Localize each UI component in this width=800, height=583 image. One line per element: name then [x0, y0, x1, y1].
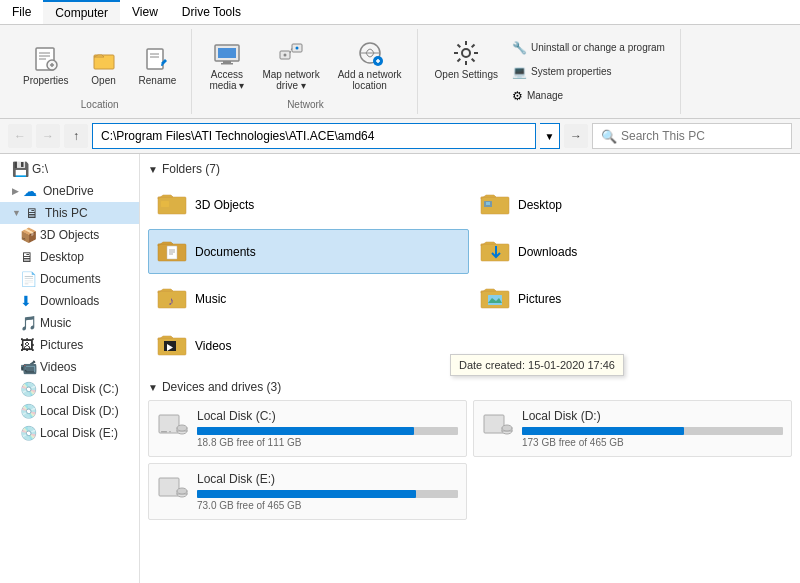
uninstall-label: Uninstall or change a program: [531, 42, 665, 53]
back-button[interactable]: ←: [8, 124, 32, 148]
sidebar-item-desktop[interactable]: 🖥 Desktop: [0, 246, 139, 268]
rename-label: Rename: [139, 75, 177, 86]
folders-section-header: ▼ Folders (7): [148, 162, 792, 176]
sidebar-item-pictures[interactable]: 🖼 Pictures: [0, 334, 139, 356]
drive-d-name: Local Disk (D:): [522, 409, 783, 423]
main-container: 💾 G:\ ▶ ☁ OneDrive ▼ 🖥 This PC 📦 3D Obje…: [0, 154, 800, 583]
sidebar-item-local-d[interactable]: 💿 Local Disk (D:): [0, 400, 139, 422]
folder-videos[interactable]: Videos: [148, 323, 469, 368]
drives-section-header: ▼ Devices and drives (3): [148, 380, 792, 394]
tab-drive-tools[interactable]: Drive Tools: [170, 0, 253, 24]
folder-3dobjects[interactable]: 3D Objects: [148, 182, 469, 227]
folder-pictures[interactable]: Pictures: [471, 276, 792, 321]
properties-icon: [30, 43, 62, 75]
drive-d[interactable]: Local Disk (D:) 173 GB free of 465 GB: [473, 400, 792, 457]
uninstall-button[interactable]: 🔧 Uninstall or change a program: [505, 38, 672, 58]
sidebar-3dobjects-label: 3D Objects: [40, 228, 99, 242]
uninstall-icon: 🔧: [512, 41, 527, 55]
drives-section: ▼ Devices and drives (3) Local Disk (C:): [148, 380, 792, 520]
up-button[interactable]: ↑: [64, 124, 88, 148]
drive-d-bar-fill: [522, 427, 684, 435]
network-group-label: Network: [287, 95, 324, 110]
drive-c-icon: [157, 409, 189, 448]
gdrive-icon: 💾: [12, 161, 28, 177]
forward-button[interactable]: →: [36, 124, 60, 148]
sidebar-onedrive-label: OneDrive: [43, 184, 94, 198]
folder-videos-label: Videos: [195, 339, 231, 353]
map-network-icon: [275, 37, 307, 69]
access-media-icon: [211, 37, 243, 69]
svg-rect-61: [484, 415, 504, 433]
add-network-icon: [354, 37, 386, 69]
address-input[interactable]: [92, 123, 536, 149]
folder-music[interactable]: ♪ Music: [148, 276, 469, 321]
drive-e[interactable]: Local Disk (E:) 73.0 GB free of 465 GB: [148, 463, 467, 520]
folders-chevron: ▼: [148, 164, 158, 175]
folder-pictures-icon: [480, 281, 512, 316]
add-network-label: Add a networklocation: [338, 69, 402, 91]
rename-button[interactable]: Rename: [132, 39, 184, 90]
open-settings-label: Open Settings: [435, 69, 498, 80]
sidebar-documents-label: Documents: [40, 272, 101, 286]
thispc-icon: 🖥: [25, 205, 41, 221]
map-network-button[interactable]: Map networkdrive ▾: [255, 33, 326, 95]
drive-c-free: 18.8 GB free of 111 GB: [197, 437, 458, 448]
svg-point-17: [284, 54, 287, 57]
folder-downloads[interactable]: Downloads: [471, 229, 792, 274]
sidebar-item-3dobjects[interactable]: 📦 3D Objects: [0, 224, 139, 246]
svg-rect-39: [486, 202, 490, 205]
sidebar-item-local-c[interactable]: 💿 Local Disk (C:): [0, 378, 139, 400]
drive-c-name: Local Disk (C:): [197, 409, 458, 423]
folder-documents[interactable]: Documents: [148, 229, 469, 274]
sidebar-desktop-label: Desktop: [40, 250, 84, 264]
ribbon: File Computer View Drive Tools: [0, 0, 800, 119]
documents-icon: 📄: [20, 271, 36, 287]
system-properties-button[interactable]: 💻 System properties: [505, 62, 672, 82]
drives-chevron: ▼: [148, 382, 158, 393]
folder-desktop[interactable]: Desktop: [471, 182, 792, 227]
location-group-label: Location: [81, 95, 119, 110]
sidebar-item-downloads[interactable]: ⬇ Downloads: [0, 290, 139, 312]
properties-button[interactable]: Properties: [16, 39, 76, 90]
manage-label: Manage: [527, 90, 563, 101]
address-dropdown[interactable]: ▼: [540, 123, 560, 149]
tab-computer[interactable]: Computer: [43, 0, 120, 24]
sidebar-item-thispc[interactable]: ▼ 🖥 This PC: [0, 202, 139, 224]
go-button[interactable]: →: [564, 124, 588, 148]
folder-documents-icon: [157, 234, 189, 269]
access-media-button[interactable]: Accessmedia ▾: [202, 33, 251, 95]
videos-icon: 📹: [20, 359, 36, 375]
open-settings-icon: [450, 37, 482, 69]
content-area: ▼ Folders (7) 3D Objects: [140, 154, 800, 583]
sidebar-gdrive-label: G:\: [32, 162, 48, 176]
map-network-label: Map networkdrive ▾: [262, 69, 319, 91]
sidebar-item-onedrive[interactable]: ▶ ☁ OneDrive: [0, 180, 139, 202]
sidebar-item-gdrive[interactable]: 💾 G:\: [0, 158, 139, 180]
folder-pictures-label: Pictures: [518, 292, 561, 306]
system-properties-label: System properties: [531, 66, 612, 77]
open-button[interactable]: Open: [80, 39, 128, 90]
svg-point-64: [502, 425, 512, 431]
window: File Computer View Drive Tools: [0, 0, 800, 583]
drive-c[interactable]: Local Disk (C:) 18.8 GB free of 111 GB: [148, 400, 467, 457]
sidebar-item-music[interactable]: 🎵 Music: [0, 312, 139, 334]
search-icon: 🔍: [601, 129, 617, 144]
tab-view[interactable]: View: [120, 0, 170, 24]
tab-file[interactable]: File: [0, 0, 43, 24]
search-input[interactable]: [621, 129, 783, 143]
folder-3dobjects-label: 3D Objects: [195, 198, 254, 212]
svg-line-33: [472, 45, 475, 48]
drive-d-free: 173 GB free of 465 GB: [522, 437, 783, 448]
drive-c-info: Local Disk (C:) 18.8 GB free of 111 GB: [197, 409, 458, 448]
sidebar-item-videos[interactable]: 📹 Videos: [0, 356, 139, 378]
folder-documents-label: Documents: [195, 245, 256, 259]
add-network-button[interactable]: Add a networklocation: [331, 33, 409, 95]
sidebar-item-documents[interactable]: 📄 Documents: [0, 268, 139, 290]
svg-rect-36: [161, 201, 169, 207]
3dobjects-icon: 📦: [20, 227, 36, 243]
drive-e-bar-bg: [197, 490, 458, 498]
manage-button[interactable]: ⚙ Manage: [505, 86, 672, 106]
rename-icon: [141, 43, 173, 75]
sidebar-item-local-e[interactable]: 💿 Local Disk (E:): [0, 422, 139, 444]
open-settings-button[interactable]: Open Settings: [428, 33, 505, 110]
